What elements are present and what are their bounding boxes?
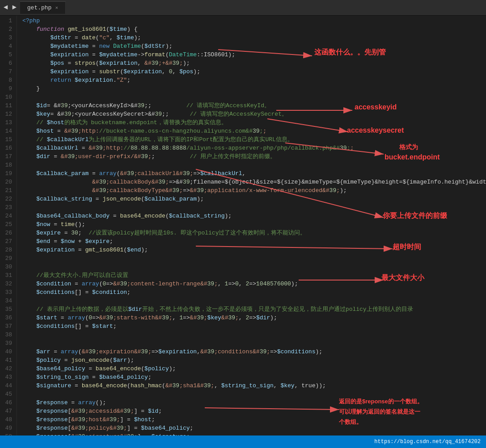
title-bar: ◄ ► get.php ×	[0, 0, 486, 16]
code-line	[22, 339, 486, 348]
code-line: $id= &#39;<yourAccessKeyId>&#39;; // 请填写…	[22, 101, 486, 110]
code-line: $mydatetime = new DateTime($dtStr);	[22, 42, 486, 50]
line-number: 34	[4, 297, 12, 305]
editor: 1234567891011121314151617181920212223242…	[0, 16, 486, 435]
line-number: 45	[4, 390, 12, 398]
line-number: 49	[4, 424, 12, 432]
line-number: 2	[4, 25, 12, 33]
code-line: $expire = 30; //设置该policy超时时间是10s. 即这个po…	[22, 229, 486, 237]
line-number: 17	[4, 152, 12, 161]
code-line: return $expiration."Z";	[22, 76, 486, 84]
line-number: 35	[4, 305, 12, 314]
code-line: $key= &#39;<yourAccessKeySecret>&#39;; /…	[22, 110, 486, 118]
code-wrapper: <?php function gmt_iso8601($time) { $dtS…	[17, 16, 486, 435]
code-line: // 表示用户上传的数据，必须是以$dir开始，不然上传会失败，这一步不是必须项…	[22, 305, 486, 314]
code-line: $conditions[] = $start;	[22, 322, 486, 331]
code-line: $signature = base64_encode(hash_hmac(&#3…	[22, 381, 486, 390]
code-line: $expiration = substr($expiration, 0, $po…	[22, 67, 486, 76]
line-number: 32	[4, 280, 12, 288]
line-number: 43	[4, 373, 12, 381]
code-line	[22, 93, 486, 101]
line-number: 21	[4, 186, 12, 195]
code-line: $callback_param = array(&#39;callbackUrl…	[22, 169, 486, 178]
line-number: 29	[4, 254, 12, 263]
nav-left-icon[interactable]: ◄ ►	[4, 4, 17, 12]
code-line	[22, 161, 486, 169]
code-line	[22, 331, 486, 339]
line-number: 40	[4, 348, 12, 356]
line-number: 26	[4, 229, 12, 237]
status-url: https://blog.csdn.net/qq_41674202	[374, 439, 481, 445]
line-number: 15	[4, 135, 12, 144]
line-number: 48	[4, 415, 12, 424]
code-line: $now = time();	[22, 220, 486, 229]
tab-filename: get.php	[27, 4, 52, 11]
code-line: $end = $now + $expire;	[22, 237, 486, 246]
line-number: 22	[4, 195, 12, 203]
line-number: 37	[4, 322, 12, 331]
code-line	[22, 263, 486, 271]
line-number: 28	[4, 246, 12, 254]
line-number: 39	[4, 339, 12, 348]
code-line: $response[&#39;host&#39;] = $host;	[22, 415, 486, 424]
line-number: 30	[4, 263, 12, 271]
code-line: $policy = json_encode($arr);	[22, 356, 486, 364]
code-line: $callbackUrl = &#39;http://88.88.88.88:8…	[22, 144, 486, 152]
code-line: $response[&#39;policy&#39;] = $base64_po…	[22, 424, 486, 432]
line-number: 27	[4, 237, 12, 246]
line-number: 11	[4, 101, 12, 110]
line-number: 6	[4, 59, 12, 67]
line-number: 38	[4, 331, 12, 339]
line-number: 36	[4, 314, 12, 322]
code-line: $host = &#39;http://bucket-name.oss-cn-h…	[22, 127, 486, 135]
line-number: 12	[4, 110, 12, 118]
line-number: 25	[4, 220, 12, 229]
nav-arrows[interactable]: ◄ ►	[0, 4, 20, 12]
code-line: $string_to_sign = $base64_policy;	[22, 373, 486, 381]
code-line: &#39;callbackBodyType&#39;=>&#39;applica…	[22, 186, 486, 195]
code-line: $response[&#39;accessid&#39;] = $id;	[22, 407, 486, 415]
line-number: 3	[4, 33, 12, 42]
code-line: $expiration = $mydatetime->format(DateTi…	[22, 50, 486, 59]
line-number: 47	[4, 407, 12, 415]
code-line: $dtStr = date("c", $time);	[22, 33, 486, 42]
tab-close-icon[interactable]: ×	[55, 5, 58, 11]
line-numbers: 1234567891011121314151617181920212223242…	[0, 16, 17, 435]
line-number: 16	[4, 144, 12, 152]
code-area[interactable]: <?php function gmt_iso8601($time) { $dtS…	[17, 16, 486, 435]
line-number: 33	[4, 288, 12, 297]
line-number: 31	[4, 271, 12, 280]
line-number: 18	[4, 161, 12, 169]
line-number: 20	[4, 178, 12, 186]
code-line	[22, 203, 486, 212]
line-number: 23	[4, 203, 12, 212]
code-line: $response[&#39;signature&#39;] = $signat…	[22, 432, 486, 435]
code-line	[22, 297, 486, 305]
code-line: $dir = &#39;user-dir-prefix/&#39;; // 用户…	[22, 152, 486, 161]
line-number: 1	[4, 17, 12, 25]
code-line: // $callbackUrl为上传回调服务器的URL，请将下面的IP和Port…	[22, 135, 486, 144]
code-line	[22, 390, 486, 398]
code-line: $base64_policy = base64_encode($policy);	[22, 364, 486, 373]
line-number: 7	[4, 67, 12, 76]
code-line: $base64_callback_body = base64_encode($c…	[22, 212, 486, 220]
code-line: function gmt_iso8601($time) {	[22, 25, 486, 33]
code-line: $condition = array(0=>&#39;content-lengt…	[22, 280, 486, 288]
file-tab[interactable]: get.php ×	[20, 1, 66, 14]
code-line: $pos = strpos($expiration, &#39;+&#39;);	[22, 59, 486, 67]
line-number: 14	[4, 127, 12, 135]
line-number: 44	[4, 381, 12, 390]
line-number: 19	[4, 169, 12, 178]
line-number: 42	[4, 364, 12, 373]
line-number: 8	[4, 76, 12, 84]
code-line: // $host的格式为 bucketname.endpoint，请替换为您的真…	[22, 118, 486, 127]
code-line: $callback_string = json_encode($callback…	[22, 195, 486, 203]
line-number: 41	[4, 356, 12, 364]
line-number: 13	[4, 118, 12, 127]
code-line: $response = array();	[22, 398, 486, 407]
code-line: $arr = array(&#39;expiration&#39;=>$expi…	[22, 348, 486, 356]
line-number: 4	[4, 42, 12, 50]
line-number: 9	[4, 84, 12, 93]
line-number: 5	[4, 50, 12, 59]
code-line: <?php	[22, 17, 486, 25]
